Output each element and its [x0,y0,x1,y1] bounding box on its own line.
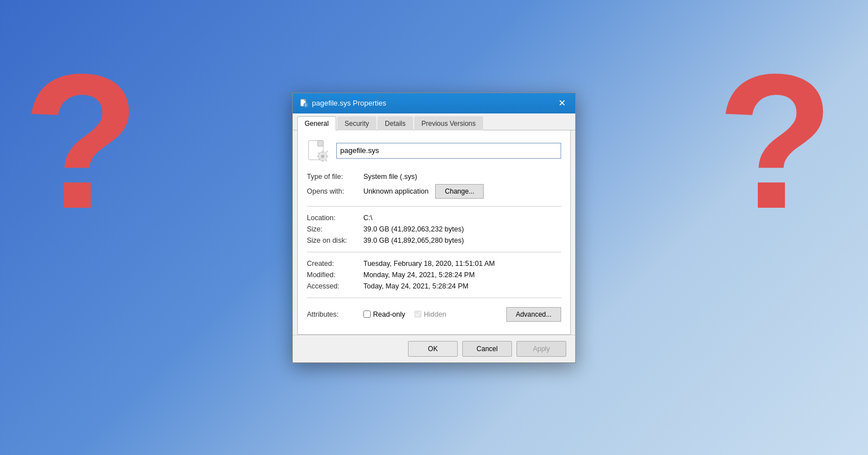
type-value: System file (.sys) [363,173,561,181]
location-row: Location: C:\ [307,212,561,224]
svg-rect-12 [326,156,328,157]
size-on-disk-value: 39.0 GB (41,892,065,280 bytes) [363,237,561,244]
modified-value: Monday, May 24, 2021, 5:28:24 PM [363,271,561,279]
modified-label: Modified: [307,271,363,279]
close-button[interactable]: ✕ [555,97,568,110]
size-value: 39.0 GB (41,892,063,232 bytes) [363,225,561,233]
svg-rect-1 [304,99,306,101]
tab-previous-versions[interactable]: Previous Versions [414,116,483,130]
background-question-left: ? [23,45,140,237]
background-question-right: ? [717,45,834,237]
readonly-checkbox-label[interactable]: Read-only [363,310,405,318]
svg-rect-11 [317,156,319,157]
tab-content-general: Type of file: System file (.sys) Opens w… [297,130,571,335]
type-label: Type of file: [307,173,363,181]
dialog-buttons: OK Cancel Apply [293,335,575,362]
file-icon [307,139,329,162]
readonly-checkbox[interactable] [363,310,371,318]
attr-controls: Read-only Hidden Advanced... [363,307,561,322]
tab-security[interactable]: Security [337,116,376,130]
accessed-value: Today, May 24, 2021, 5:28:24 PM [363,282,561,290]
created-row: Created: Tuesday, February 18, 2020, 11:… [307,258,561,269]
location-label: Location: [307,214,363,222]
size-on-disk-row: Size on disk: 39.0 GB (41,892,065,280 by… [307,235,561,246]
title-bar-icon [300,99,309,108]
readonly-label: Read-only [373,310,405,318]
opens-with-value: Unknown application [363,187,428,195]
attributes-label: Attributes: [307,310,363,318]
apply-button[interactable]: Apply [517,341,566,357]
created-label: Created: [307,260,363,268]
attributes-row: Attributes: Read-only Hidden Advanced... [307,304,561,325]
advanced-button[interactable]: Advanced... [506,307,561,322]
tab-general[interactable]: General [297,116,336,130]
svg-point-8 [321,155,324,158]
type-row: Type of file: System file (.sys) [307,171,561,182]
title-bar-left: pagefile.sys Properties [300,99,387,108]
accessed-label: Accessed: [307,282,363,290]
tab-bar: General Security Details Previous Versio… [293,113,575,130]
svg-rect-3 [306,103,306,104]
cancel-button[interactable]: Cancel [462,341,512,357]
hidden-checkbox[interactable] [414,310,422,318]
tab-details[interactable]: Details [377,116,413,130]
divider-2 [307,252,561,252]
hidden-label: Hidden [424,310,446,318]
opens-with-row: Opens with: Unknown application Change..… [307,182,561,200]
svg-rect-9 [322,151,323,153]
title-bar: pagefile.sys Properties ✕ [293,93,575,113]
title-text: pagefile.sys Properties [312,99,387,107]
svg-rect-10 [322,160,323,162]
properties-dialog: pagefile.sys Properties ✕ General Securi… [292,93,576,363]
filename-row [307,139,561,162]
accessed-row: Accessed: Today, May 24, 2021, 5:28:24 P… [307,281,561,292]
svg-rect-4 [306,104,306,106]
divider-1 [307,206,561,207]
svg-rect-15 [326,150,328,152]
size-row: Size: 39.0 GB (41,892,063,232 bytes) [307,224,561,235]
modified-row: Modified: Monday, May 24, 2021, 5:28:24 … [307,269,561,281]
size-label: Size: [307,225,363,233]
opens-with-label: Opens with: [307,187,363,195]
filename-input[interactable] [336,143,561,159]
hidden-checkbox-label[interactable]: Hidden [414,310,446,318]
created-value: Tuesday, February 18, 2020, 11:51:01 AM [363,260,561,268]
ok-button[interactable]: OK [408,341,458,357]
divider-3 [307,298,561,298]
size-on-disk-label: Size on disk: [307,237,363,244]
svg-rect-6 [318,141,323,146]
location-value: C:\ [363,214,561,222]
change-button[interactable]: Change... [435,184,484,199]
